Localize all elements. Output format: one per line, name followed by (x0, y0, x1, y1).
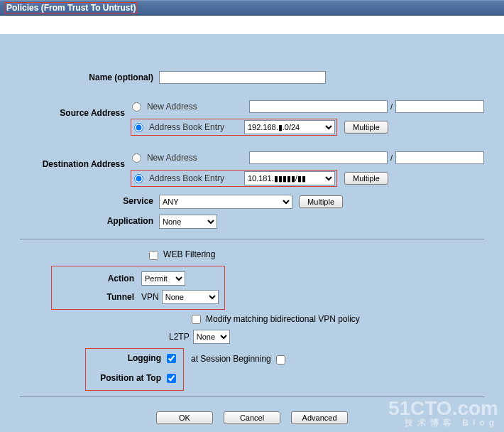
modify-vpn-checkbox[interactable] (192, 315, 201, 324)
dst-book-highlight: Address Book Entry 10.181.▮▮▮▮▮/▮▮ (131, 170, 337, 187)
application-select[interactable]: None (159, 215, 217, 229)
at-session-checkbox[interactable] (276, 355, 285, 364)
service-multiple-button[interactable]: Multiple (299, 195, 343, 208)
label-tunnel: Tunnel (52, 292, 141, 302)
src-new-label: New Address (147, 102, 246, 112)
service-select[interactable]: ANY (159, 195, 292, 209)
slash: / (390, 153, 393, 162)
dst-book-select[interactable]: 10.181.▮▮▮▮▮/▮▮ (244, 171, 335, 185)
webfilter-checkbox[interactable] (149, 251, 158, 260)
slash: / (390, 102, 393, 111)
position-top-checkbox[interactable] (167, 374, 176, 383)
cancel-button[interactable]: Cancel (224, 411, 280, 424)
l2tp-select[interactable]: None (193, 330, 230, 344)
l2tp-label: L2TP (169, 332, 190, 342)
ok-button[interactable]: OK (156, 411, 213, 424)
src-book-label: Address Book Entry (149, 122, 241, 132)
label-service: Service (20, 193, 159, 206)
src-book-select[interactable]: 192.168.▮.0/24 (244, 120, 335, 134)
logging-highlight: Logging Position at Top (85, 348, 184, 391)
vpn-select[interactable]: None (162, 290, 219, 304)
modify-vpn-label: Modify matching bidirectional VPN policy (206, 314, 360, 324)
src-book-highlight: Address Book Entry 192.168.▮.0/24 (131, 119, 337, 136)
action-select[interactable]: Permit (141, 271, 185, 286)
logging-checkbox[interactable] (167, 354, 176, 363)
src-new-radio[interactable] (132, 102, 141, 112)
dst-new-input2[interactable] (395, 151, 484, 164)
src-multiple-button[interactable]: Multiple (344, 121, 388, 134)
label-action: Action (52, 274, 141, 284)
label-logging: Logging (87, 353, 165, 363)
advanced-button[interactable]: Advanced (291, 411, 348, 424)
page-title: Policies (From Trust To Untrust) (4, 2, 138, 14)
dst-multiple-button[interactable]: Multiple (344, 172, 388, 185)
name-input[interactable] (159, 71, 326, 84)
src-book-radio[interactable] (134, 123, 143, 132)
dst-new-label: New Address (147, 153, 246, 163)
src-new-input1[interactable] (249, 100, 388, 113)
dst-book-radio[interactable] (134, 174, 143, 183)
label-name: Name (optional) (20, 70, 159, 82)
label-position-top: Position at Top (87, 373, 165, 383)
label-destination: Destination Address (20, 148, 131, 169)
dst-new-input1[interactable] (249, 151, 388, 164)
action-tunnel-highlight: Action Permit Tunnel VPN None (51, 266, 225, 310)
src-new-input2[interactable] (395, 100, 484, 113)
label-application: Application (20, 213, 159, 226)
page-header: Policies (From Trust To Untrust) (0, 0, 504, 16)
vpn-text: VPN (141, 292, 159, 302)
webfilter-label: WEB Filtering (163, 249, 215, 259)
dst-book-label: Address Book Entry (149, 173, 241, 183)
at-session-label: at Session Beginning (191, 354, 271, 364)
dst-new-radio[interactable] (132, 153, 141, 163)
label-source: Source Address (20, 97, 131, 118)
